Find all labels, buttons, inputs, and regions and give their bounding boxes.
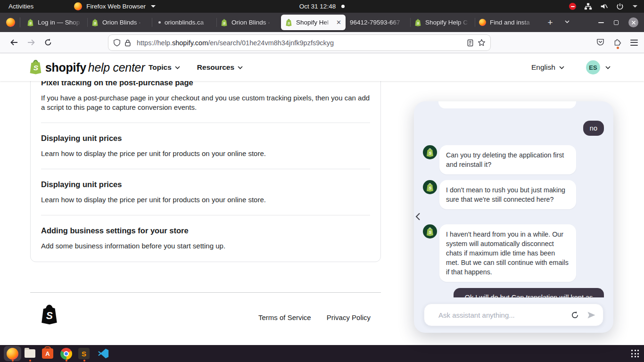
dock-chrome-button[interactable] [60, 347, 72, 360]
extensions-icon[interactable] [613, 38, 621, 46]
activities-button[interactable]: Activities [0, 0, 42, 13]
search-results-card: Pixel tracking on the post-purchase page… [30, 69, 381, 262]
network-icon [584, 2, 592, 10]
window-minimize-button[interactable] [598, 22, 604, 23]
chat-collapse-icon[interactable] [415, 213, 421, 221]
forward-button[interactable] [27, 38, 35, 47]
tab-label: Orion Blinds · [231, 19, 277, 26]
browser-tab-bar: Log in — Shop Orion Blinds · orionblinds… [0, 13, 644, 32]
resources-menu[interactable]: Resources [197, 63, 243, 72]
window-restore-button[interactable] [614, 20, 619, 25]
assistant-message-row: I don't mean to rush you but just making… [423, 180, 576, 209]
shopify-site-header: shopifyhelp center Topics Resources Engl… [0, 53, 644, 81]
tab-find-and-install[interactable]: Find and insta [475, 15, 539, 30]
search-result[interactable]: Adding business settings for your store … [41, 226, 370, 251]
sublime-letter: S [82, 350, 86, 358]
url-path: /en/search/01he24vm8h34jnfk9pzfs9ckyg [208, 39, 334, 47]
firefox-app-icon[interactable] [6, 18, 15, 27]
footer-divider [30, 292, 381, 293]
reader-view-icon[interactable] [467, 39, 474, 47]
clipped-message-text: Ok I will do but Can translation will ke… [454, 288, 604, 297]
tab-orionblinds-ca[interactable]: orionblinds.ca [152, 15, 216, 30]
search-result[interactable]: Displaying unit prices Learn how to disp… [41, 133, 370, 158]
bookmark-star-icon[interactable] [478, 39, 486, 47]
assistant-message-row: Can you try deleting the application fir… [423, 145, 576, 174]
assistant-shopify-avatar [423, 224, 437, 239]
tab-orion-blinds-2[interactable]: Orion Blinds · [216, 15, 281, 30]
chat-panel: no Can you try deleting the application … [414, 101, 613, 333]
dock-files-button[interactable] [24, 347, 36, 360]
chrome-icon [60, 348, 72, 360]
window-close-button[interactable] [628, 17, 638, 27]
app-menu-label: Firefox Web Browser [86, 3, 146, 10]
shopify-favicon [285, 19, 292, 26]
avatar-chevron-icon[interactable] [605, 66, 611, 69]
software-letter: A [45, 350, 50, 357]
system-tray[interactable] [569, 0, 637, 13]
dock-vscode-button[interactable] [97, 347, 109, 360]
menu-hamburger-icon[interactable] [630, 39, 638, 46]
system-top-bar: Activities Firefox Web Browser Oct 31 12… [0, 0, 644, 13]
tab-login-shop[interactable]: Log in — Shop [23, 15, 87, 30]
result-title[interactable]: Displaying unit prices [41, 180, 370, 189]
power-icon [616, 3, 624, 10]
ubuntu-software-icon: A [42, 348, 53, 359]
url-bar[interactable]: https://help.shopify.com/en/search/01he2… [108, 35, 490, 50]
user-avatar[interactable]: ES [586, 60, 600, 74]
send-icon[interactable] [587, 311, 596, 319]
shopify-favicon [221, 19, 228, 26]
chat-input[interactable] [438, 311, 563, 319]
divider [41, 215, 370, 215]
assistant-message-bubble: Can you try deleting the application fir… [439, 145, 576, 174]
sublime-text-icon: S [78, 348, 90, 359]
divider [20, 17, 20, 27]
running-indicator [12, 360, 14, 362]
new-tab-button[interactable]: + [544, 16, 556, 29]
reload-button[interactable] [44, 38, 52, 47]
tab-label: Shopify Help C [425, 19, 471, 26]
url-domain: shopify.com [172, 39, 208, 47]
terms-of-service-link[interactable]: Terms of Service [258, 313, 311, 321]
assistant-shopify-avatar [423, 180, 437, 194]
tab-orion-blinds-1[interactable]: Orion Blinds · [87, 15, 152, 30]
tray-caret-icon [633, 5, 637, 8]
dock-software-button[interactable]: A [41, 347, 54, 360]
clipped-user-message-bubble: Ok I will do but Can translation will ke… [454, 288, 604, 297]
vscode-icon [98, 348, 109, 359]
tab-shopify-help-2[interactable]: Shopify Help C [410, 15, 475, 30]
shopify-favicon [27, 19, 34, 26]
volume-muted-icon [600, 2, 608, 10]
tab-label: Shopify Hel [296, 19, 334, 26]
shopify-footer-logo[interactable] [41, 304, 58, 325]
topics-menu[interactable]: Topics [149, 63, 180, 72]
do-not-disturb-icon [569, 3, 576, 10]
dock-sublime-button[interactable]: S [78, 347, 90, 360]
shield-icon[interactable] [113, 39, 121, 47]
language-selector[interactable]: English [531, 63, 564, 72]
search-result[interactable]: Displaying unit prices Learn how to disp… [41, 180, 370, 205]
app-menu-button[interactable]: Firefox Web Browser [74, 2, 156, 10]
pocket-icon[interactable] [596, 38, 604, 46]
tab-shopify-help-active[interactable]: Shopify Hel ✕ [281, 15, 346, 30]
refresh-icon[interactable] [570, 311, 579, 320]
dock-firefox-button[interactable] [6, 347, 18, 360]
shopify-help-center-logo[interactable]: shopifyhelp center [29, 59, 145, 74]
privacy-policy-link[interactable]: Privacy Policy [327, 313, 371, 321]
tab-close-icon[interactable]: ✕ [336, 19, 341, 25]
chat-widget: no Can you try deleting the application … [414, 101, 613, 333]
page-content: Pixel tracking on the post-purchase page… [0, 53, 644, 345]
result-title[interactable]: Displaying unit prices [41, 133, 370, 143]
back-button[interactable] [10, 38, 18, 47]
browser-toolbar: https://help.shopify.com/en/search/01he2… [0, 32, 644, 53]
logo-word-shopify: shopify [45, 61, 86, 74]
search-result[interactable]: Pixel tracking on the post-purchase page… [41, 78, 370, 112]
show-applications-icon[interactable] [631, 350, 639, 357]
tab-list-chevron-icon[interactable] [564, 18, 570, 25]
url-text: https://help.shopify.com/en/search/01he2… [137, 39, 463, 47]
tab-order-number[interactable]: 96412-79593-667 [346, 15, 410, 30]
result-description: Learn how to display the price per unit … [41, 195, 370, 205]
result-title[interactable]: Adding business settings for your store [41, 226, 370, 235]
tab-label: orionblinds.ca [165, 19, 212, 26]
tab-label: 96412-79593-667 [350, 19, 406, 26]
lock-icon[interactable] [124, 39, 131, 47]
